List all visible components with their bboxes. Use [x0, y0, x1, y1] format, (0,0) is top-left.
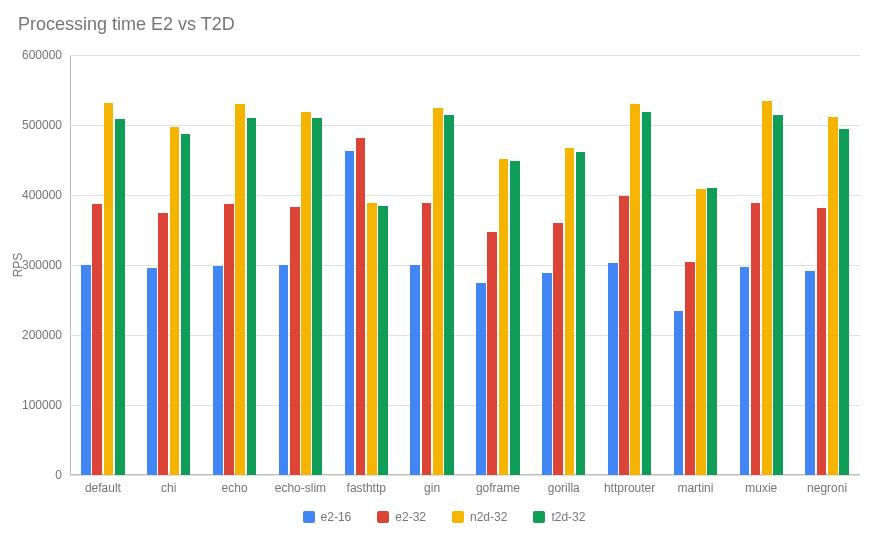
x-tick-label: default: [85, 481, 121, 495]
bar-n2d-32: [367, 203, 377, 475]
x-tick-label: echo: [222, 481, 248, 495]
bar-n2d-32: [499, 159, 509, 475]
plot-area: 0100000200000300000400000500000600000def…: [70, 55, 860, 475]
bar-t2d-32: [642, 112, 652, 475]
bar-t2d-32: [378, 206, 388, 476]
bar-e2-16: [147, 268, 157, 475]
bar-t2d-32: [707, 188, 717, 475]
bar-e2-32: [158, 213, 168, 476]
bar-t2d-32: [115, 119, 125, 475]
bar-n2d-32: [235, 104, 245, 475]
x-tick-label: muxie: [745, 481, 777, 495]
legend-label: e2-16: [321, 510, 352, 524]
legend-item-e2-16[interactable]: e2-16: [303, 510, 352, 524]
x-tick-label: httprouter: [604, 481, 655, 495]
y-tick-label: 400000: [22, 188, 62, 202]
legend-label: n2d-32: [470, 510, 507, 524]
bar-n2d-32: [696, 189, 706, 475]
x-tick-label: echo-slim: [275, 481, 326, 495]
bar-t2d-32: [312, 118, 322, 475]
bar-t2d-32: [576, 152, 586, 475]
legend-label: t2d-32: [551, 510, 585, 524]
bar-e2-32: [92, 204, 102, 475]
legend: e2-16e2-32n2d-32t2d-32: [0, 510, 888, 524]
bar-e2-16: [345, 151, 355, 475]
chart-title: Processing time E2 vs T2D: [18, 14, 235, 35]
gridline: [70, 125, 860, 126]
bar-e2-16: [674, 311, 684, 475]
x-tick-label: martini: [677, 481, 713, 495]
y-tick-label: 300000: [22, 258, 62, 272]
y-tick-label: 0: [55, 468, 62, 482]
x-tick-label: chi: [161, 481, 176, 495]
bar-n2d-32: [301, 112, 311, 475]
bar-e2-32: [487, 232, 497, 475]
bar-n2d-32: [170, 127, 180, 475]
bar-t2d-32: [773, 115, 783, 475]
legend-label: e2-32: [395, 510, 426, 524]
y-tick-label: 100000: [22, 398, 62, 412]
legend-swatch: [377, 511, 389, 523]
bar-e2-16: [542, 273, 552, 475]
gridline: [70, 475, 860, 476]
bar-t2d-32: [181, 134, 191, 475]
x-tick-label: fasthttp: [347, 481, 386, 495]
bar-e2-16: [608, 263, 618, 475]
bar-t2d-32: [444, 115, 454, 475]
bar-e2-16: [81, 265, 91, 475]
bar-n2d-32: [433, 108, 443, 476]
legend-swatch: [533, 511, 545, 523]
bar-e2-32: [422, 203, 432, 475]
gridline: [70, 55, 860, 56]
bar-e2-32: [817, 208, 827, 475]
bar-e2-32: [356, 138, 366, 475]
bar-e2-16: [805, 271, 815, 475]
bar-e2-16: [740, 267, 750, 475]
bar-n2d-32: [630, 104, 640, 475]
bar-n2d-32: [762, 101, 772, 476]
bar-e2-16: [213, 266, 223, 475]
bar-n2d-32: [104, 103, 114, 475]
bar-t2d-32: [510, 161, 520, 475]
bar-e2-16: [410, 265, 420, 475]
x-tick-label: negroni: [807, 481, 847, 495]
bar-e2-16: [476, 283, 486, 476]
legend-item-t2d-32[interactable]: t2d-32: [533, 510, 585, 524]
bar-t2d-32: [247, 118, 257, 475]
legend-swatch: [303, 511, 315, 523]
bar-e2-32: [619, 196, 629, 475]
legend-swatch: [452, 511, 464, 523]
bar-e2-16: [279, 265, 289, 475]
bar-e2-32: [685, 262, 695, 475]
bar-e2-32: [553, 223, 563, 475]
legend-item-e2-32[interactable]: e2-32: [377, 510, 426, 524]
bar-n2d-32: [565, 148, 575, 475]
bar-e2-32: [224, 204, 234, 475]
bar-t2d-32: [839, 129, 849, 475]
x-tick-label: gin: [424, 481, 440, 495]
bar-n2d-32: [828, 117, 838, 475]
legend-item-n2d-32[interactable]: n2d-32: [452, 510, 507, 524]
x-tick-label: gorilla: [548, 481, 580, 495]
bar-e2-32: [751, 203, 761, 475]
x-tick-label: goframe: [476, 481, 520, 495]
y-tick-label: 500000: [22, 118, 62, 132]
y-tick-label: 600000: [22, 48, 62, 62]
bar-e2-32: [290, 207, 300, 475]
y-tick-label: 200000: [22, 328, 62, 342]
y-axis-label: RPS: [11, 253, 25, 278]
